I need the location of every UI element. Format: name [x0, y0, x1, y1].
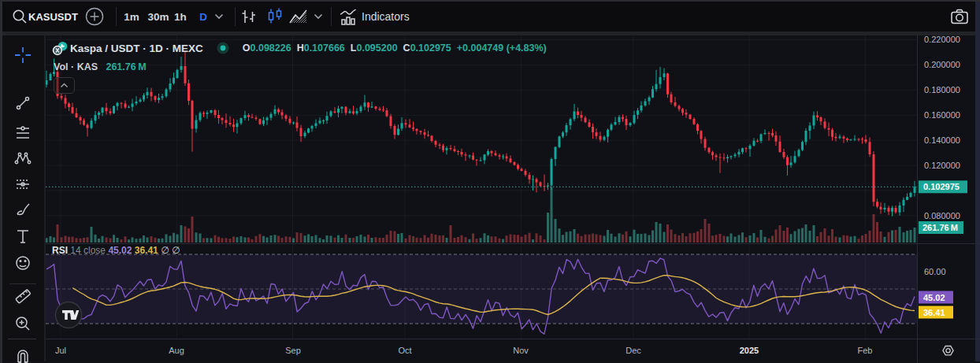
svg-text:0.160000: 0.160000: [924, 110, 960, 120]
svg-text:Aug: Aug: [169, 346, 184, 355]
svg-text:36.41: 36.41: [923, 308, 945, 317]
svg-text:60.00: 60.00: [924, 267, 946, 276]
svg-text:0.080000: 0.080000: [924, 211, 960, 220]
svg-text:2025: 2025: [740, 346, 759, 355]
svg-text:0.180000: 0.180000: [924, 85, 960, 94]
svg-text:0.102975: 0.102975: [923, 182, 960, 191]
svg-text:0.120000: 0.120000: [924, 161, 960, 170]
svg-text:Nov: Nov: [513, 346, 529, 355]
svg-text:Jul: Jul: [55, 346, 66, 355]
svg-text:261.76 M: 261.76 M: [922, 223, 958, 232]
svg-text:0.200000: 0.200000: [924, 60, 960, 69]
svg-text:Dec: Dec: [625, 346, 641, 355]
svg-text:0.220000: 0.220000: [924, 35, 960, 44]
svg-text:Feb: Feb: [858, 346, 873, 355]
svg-text:45.02: 45.02: [923, 293, 945, 302]
svg-text:Sep: Sep: [285, 346, 301, 355]
svg-text:Oct: Oct: [398, 346, 411, 355]
svg-text:0.140000: 0.140000: [924, 135, 960, 145]
